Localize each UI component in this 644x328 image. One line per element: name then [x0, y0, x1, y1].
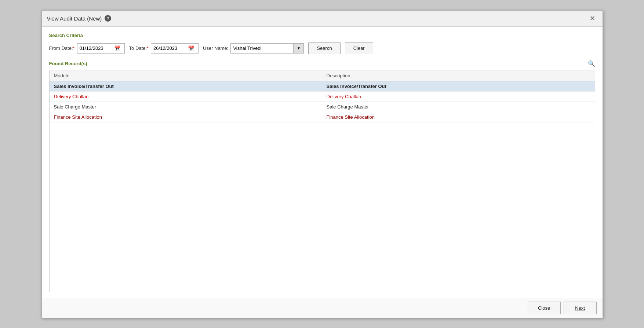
from-date-label: From Date:* [49, 45, 75, 51]
module-cell: Sale Charge Master [50, 102, 322, 112]
title-bar: View Audit Data (New) ? ✕ [42, 11, 603, 27]
table-row[interactable]: Sale Charge MasterSale Charge Master [50, 102, 595, 112]
to-date-calendar-icon[interactable]: 📅 [188, 45, 194, 51]
records-table-container: Module Description Sales Invoice/Transfe… [49, 70, 595, 292]
records-table: Module Description Sales Invoice/Transfe… [50, 70, 595, 122]
description-cell: Sale Charge Master [322, 102, 595, 112]
description-cell: Sales Invoice/Transfer Out [322, 81, 595, 91]
user-name-label: User Name: [203, 45, 228, 51]
search-criteria-row: From Date:* 📅 To Date:* 📅 User [49, 43, 595, 54]
found-records-header: Found Record(s) 🔍 [49, 60, 595, 67]
table-row[interactable]: Delivery ChallanDelivery Challan [50, 91, 595, 102]
description-cell: Finance Site Allocation [322, 112, 595, 122]
from-date-input-wrapper: 📅 [77, 43, 125, 54]
user-select-wrapper: Vishal Trivedi ▼ [230, 43, 304, 54]
user-dropdown-arrow[interactable]: ▼ [293, 44, 303, 53]
to-date-group: To Date:* 📅 [129, 43, 199, 54]
from-date-group: From Date:* 📅 [49, 43, 125, 54]
help-icon[interactable]: ? [105, 15, 111, 22]
title-bar-left: View Audit Data (New) ? [47, 15, 112, 22]
search-button[interactable]: Search [308, 43, 340, 54]
user-name-select[interactable]: Vishal Trivedi [231, 44, 293, 53]
close-button[interactable]: Close [528, 302, 561, 314]
module-column-header: Module [50, 70, 322, 81]
table-row[interactable]: Finance Site AllocationFinance Site Allo… [50, 112, 595, 122]
dialog-footer: Close Next [42, 298, 603, 318]
user-name-group: User Name: Vishal Trivedi ▼ [203, 43, 304, 54]
records-search-icon-button[interactable]: 🔍 [588, 60, 595, 67]
module-cell: Finance Site Allocation [50, 112, 322, 122]
table-header-row: Module Description [50, 70, 595, 81]
to-date-input-wrapper: 📅 [151, 43, 199, 54]
title-close-button[interactable]: ✕ [587, 14, 597, 22]
from-date-input[interactable] [80, 45, 113, 51]
dialog-body: Search Criteria From Date:* 📅 To Date:* [42, 27, 603, 298]
table-row[interactable]: Sales Invoice/Transfer OutSales Invoice/… [50, 81, 595, 91]
from-date-calendar-icon[interactable]: 📅 [114, 45, 120, 51]
to-date-label: To Date:* [129, 45, 149, 51]
search-criteria-title: Search Criteria [49, 33, 595, 38]
dialog-title: View Audit Data (New) [47, 15, 102, 22]
description-cell: Delivery Challan [322, 91, 595, 102]
found-records-title: Found Record(s) [49, 61, 87, 66]
module-cell: Delivery Challan [50, 91, 322, 102]
description-column-header: Description [322, 70, 595, 81]
clear-button[interactable]: Clear [345, 43, 373, 54]
module-cell: Sales Invoice/Transfer Out [50, 81, 322, 91]
next-button[interactable]: Next [564, 302, 597, 314]
view-audit-dialog: View Audit Data (New) ? ✕ Search Criteri… [41, 10, 603, 318]
to-date-input[interactable] [153, 45, 186, 51]
